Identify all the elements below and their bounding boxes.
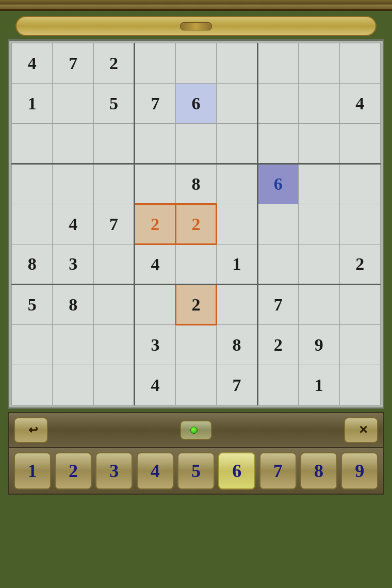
grid-cell[interactable]: 4	[339, 84, 381, 124]
grid-cell[interactable]	[12, 325, 53, 365]
grid-cell[interactable]	[299, 164, 339, 204]
grid-cell[interactable]: 2	[93, 43, 134, 84]
grid-cell[interactable]: 2	[257, 325, 298, 365]
grid-cell[interactable]	[339, 204, 381, 244]
grid-cell[interactable]: 8	[175, 164, 216, 204]
number-pad: 123456789	[8, 448, 384, 495]
grid-cell[interactable]: 8	[12, 244, 53, 285]
grid-cell[interactable]	[53, 325, 93, 365]
grid-cell[interactable]: 8	[53, 285, 93, 325]
numpad-button-1[interactable]: 1	[14, 452, 51, 489]
undo-icon: ↩	[28, 423, 38, 437]
grid-cell[interactable]: 2	[175, 204, 216, 244]
grid-cell[interactable]	[93, 325, 134, 365]
grid-cell[interactable]	[339, 365, 381, 405]
numpad-button-5[interactable]: 5	[177, 452, 215, 489]
numpad-button-7[interactable]: 7	[259, 452, 297, 489]
grid-cell[interactable]	[299, 43, 339, 84]
grid-cell[interactable]: 5	[93, 84, 134, 124]
grid-cell[interactable]	[12, 124, 53, 164]
grid-cell[interactable]	[135, 43, 175, 84]
grid-cell[interactable]: 7	[257, 285, 298, 325]
quick-notes-button[interactable]	[180, 420, 212, 440]
grid-cell[interactable]	[217, 124, 257, 164]
grid-cell[interactable]: 4	[53, 204, 93, 244]
grid-cell[interactable]	[299, 204, 339, 244]
grid-cell[interactable]	[299, 124, 339, 164]
numpad-button-2[interactable]: 2	[55, 452, 92, 489]
grid-cell[interactable]: 3	[53, 244, 93, 285]
grid-cell[interactable]: 3	[135, 325, 175, 365]
grid-cell[interactable]	[217, 164, 257, 204]
grid-cell[interactable]: 2	[175, 285, 216, 325]
grid-cell[interactable]	[93, 244, 134, 285]
grid-cell[interactable]	[12, 204, 53, 244]
numpad-button-3[interactable]: 3	[95, 452, 133, 489]
grid-cell[interactable]: 2	[339, 244, 381, 285]
grid-cell[interactable]	[12, 365, 53, 405]
grid-cell[interactable]: 4	[135, 244, 175, 285]
grid-cell[interactable]	[257, 204, 298, 244]
grid-cell[interactable]	[93, 365, 134, 405]
grid-cell[interactable]	[339, 164, 381, 204]
title-area	[0, 0, 392, 11]
grid-cell[interactable]: 1	[299, 365, 339, 405]
grid-cell[interactable]	[175, 365, 216, 405]
numpad-button-6[interactable]: 6	[218, 452, 255, 489]
grid-cell[interactable]: 8	[217, 325, 257, 365]
grid-cell[interactable]	[53, 164, 93, 204]
grid-cell[interactable]	[339, 285, 381, 325]
grid-cell[interactable]	[53, 365, 93, 405]
grid-cell[interactable]	[217, 285, 257, 325]
numpad-button-4[interactable]: 4	[137, 452, 174, 489]
sudoku-grid: 472157648647228341258273829471	[11, 43, 381, 405]
grid-cell[interactable]	[339, 43, 381, 84]
grid-cell[interactable]: 7	[135, 84, 175, 124]
numpad-button-8[interactable]: 8	[300, 452, 337, 489]
grid-cell[interactable]	[12, 164, 53, 204]
grid-cell[interactable]: 4	[12, 43, 53, 84]
grid-cell[interactable]: 6	[175, 84, 216, 124]
grid-cell[interactable]	[175, 244, 216, 285]
grid-cell[interactable]: 2	[135, 204, 175, 244]
grid-cell[interactable]	[299, 285, 339, 325]
grid-cell[interactable]: 7	[93, 204, 134, 244]
grid-cell[interactable]: 4	[135, 365, 175, 405]
numpad-button-9[interactable]: 9	[341, 452, 378, 489]
best-display	[363, 20, 365, 32]
grid-cell[interactable]: 7	[53, 43, 93, 84]
grid-cell[interactable]	[339, 124, 381, 164]
grid-cell[interactable]	[257, 43, 298, 84]
grid-cell[interactable]: 5	[12, 285, 53, 325]
grid-cell[interactable]	[175, 43, 216, 84]
grid-cell[interactable]	[93, 164, 134, 204]
grid-cell[interactable]: 9	[299, 325, 339, 365]
grid-cell[interactable]	[135, 164, 175, 204]
grid-cell[interactable]: 1	[12, 84, 53, 124]
grid-cell[interactable]	[53, 124, 93, 164]
grid-cell[interactable]	[53, 84, 93, 124]
grid-cell[interactable]	[257, 124, 298, 164]
grid-cell[interactable]	[175, 325, 216, 365]
erase-icon: ✕	[358, 423, 368, 437]
grid-cell[interactable]	[135, 285, 175, 325]
grid-cell[interactable]	[299, 244, 339, 285]
erase-button[interactable]: ✕	[344, 417, 378, 443]
grid-cell[interactable]	[257, 365, 298, 405]
timer-display	[27, 20, 29, 32]
grid-cell[interactable]	[217, 84, 257, 124]
grid-cell[interactable]	[93, 285, 134, 325]
grid-cell[interactable]	[93, 124, 134, 164]
undo-button[interactable]: ↩	[14, 417, 48, 443]
grid-cell[interactable]	[257, 84, 298, 124]
grid-cell[interactable]: 6	[257, 164, 298, 204]
grid-cell[interactable]	[299, 84, 339, 124]
grid-cell[interactable]	[217, 43, 257, 84]
grid-cell[interactable]	[217, 204, 257, 244]
grid-cell[interactable]: 1	[217, 244, 257, 285]
grid-cell[interactable]	[339, 325, 381, 365]
grid-cell[interactable]	[257, 244, 298, 285]
grid-cell[interactable]	[175, 124, 216, 164]
grid-cell[interactable]	[135, 124, 175, 164]
grid-cell[interactable]: 7	[217, 365, 257, 405]
